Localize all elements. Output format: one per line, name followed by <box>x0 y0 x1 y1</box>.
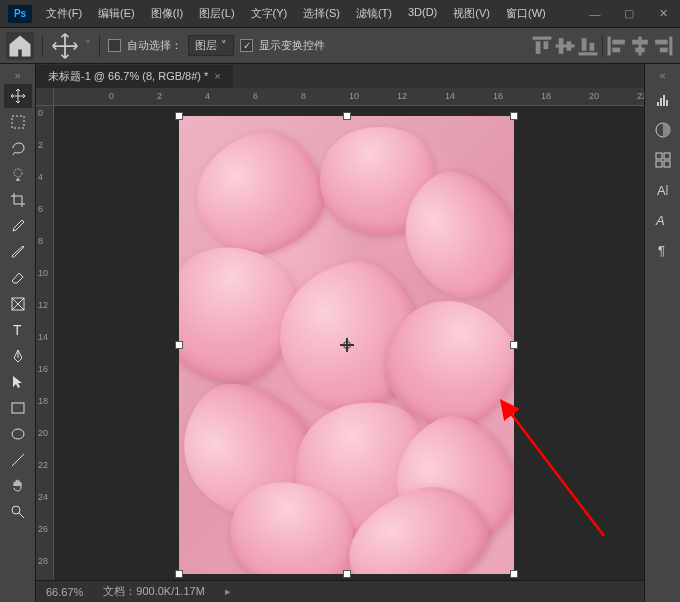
ruler-horizontal[interactable]: 0246810121416182022 <box>54 88 644 106</box>
ruler-vertical[interactable]: 0246810121416182022242628 <box>36 106 54 580</box>
svg-line-25 <box>509 411 604 536</box>
close-button[interactable]: ✕ <box>646 0 680 28</box>
svg-rect-9 <box>608 36 611 55</box>
svg-rect-3 <box>556 44 575 47</box>
eraser-tool[interactable] <box>4 266 32 290</box>
canvas-viewport[interactable] <box>54 106 644 580</box>
maximize-button[interactable]: ▢ <box>612 0 646 28</box>
quick-select-tool[interactable] <box>4 162 32 186</box>
svg-text:T: T <box>13 322 22 338</box>
canvas[interactable] <box>179 116 514 574</box>
svg-rect-32 <box>664 153 670 159</box>
frame-tool[interactable] <box>4 292 32 316</box>
auto-select-dropdown[interactable]: 图层 ˅ <box>188 35 234 56</box>
eyedropper-tool[interactable] <box>4 214 32 238</box>
glyphs-icon[interactable]: A <box>650 208 676 232</box>
move-tool[interactable] <box>4 84 32 108</box>
menu-view[interactable]: 视图(V) <box>447 2 496 25</box>
crop-tool[interactable] <box>4 188 32 212</box>
histogram-icon[interactable] <box>650 88 676 112</box>
divider <box>99 35 100 57</box>
align-hcenter-button[interactable] <box>629 35 651 57</box>
divider <box>602 35 603 57</box>
auto-select-label: 自动选择： <box>127 38 182 53</box>
svg-rect-33 <box>656 161 662 167</box>
svg-text:A: A <box>657 183 666 198</box>
auto-select-checkbox[interactable] <box>108 39 121 52</box>
align-vcenter-button[interactable] <box>554 35 576 57</box>
character-icon[interactable]: A <box>650 178 676 202</box>
marquee-tool[interactable] <box>4 110 32 134</box>
app-logo: Ps <box>8 5 32 23</box>
svg-rect-34 <box>664 161 670 167</box>
svg-rect-26 <box>657 102 659 106</box>
menu-type[interactable]: 文字(Y) <box>245 2 294 25</box>
path-select-tool[interactable] <box>4 370 32 394</box>
svg-rect-31 <box>656 153 662 159</box>
status-bar: 66.67% 文档：900.0K/1.17M ▸ <box>36 580 644 602</box>
main-area: 未标题-1 @ 66.7% (8, RGB/8#) * × 0246810121… <box>36 64 644 602</box>
menu-3d[interactable]: 3D(D) <box>402 2 443 25</box>
rectangle-tool[interactable] <box>4 396 32 420</box>
ruler-corner <box>36 88 54 106</box>
svg-rect-13 <box>632 39 648 44</box>
title-bar: Ps 文件(F) 编辑(E) 图像(I) 图层(L) 文字(Y) 选择(S) 滤… <box>0 0 680 28</box>
menu-select[interactable]: 选择(S) <box>297 2 346 25</box>
svg-rect-6 <box>579 52 598 55</box>
panel-expand[interactable]: « <box>645 68 680 82</box>
svg-rect-16 <box>655 39 668 44</box>
menu-layer[interactable]: 图层(L) <box>193 2 240 25</box>
divider <box>42 35 43 57</box>
svg-point-24 <box>12 506 20 514</box>
tab-close-icon[interactable]: × <box>214 70 220 82</box>
svg-point-23 <box>12 429 24 439</box>
chevron-down-icon: ˅ <box>221 39 227 52</box>
line-tool[interactable] <box>4 448 32 472</box>
chevron-right-icon[interactable]: ▸ <box>225 585 231 598</box>
zoom-level[interactable]: 66.67% <box>46 586 83 598</box>
brush-tool[interactable] <box>4 240 32 264</box>
toolbar-expand[interactable]: » <box>0 68 35 82</box>
show-transform-checkbox[interactable] <box>240 39 253 52</box>
svg-rect-0 <box>533 36 552 39</box>
doc-size[interactable]: 文档：900.0K/1.17M <box>103 584 205 599</box>
move-tool-icon[interactable] <box>51 32 79 60</box>
home-button[interactable] <box>6 32 34 60</box>
type-tool[interactable]: T <box>4 318 32 342</box>
menu-image[interactable]: 图像(I) <box>145 2 189 25</box>
paragraph-icon[interactable]: ¶ <box>650 238 676 262</box>
window-controls: ― ▢ ✕ <box>578 0 680 28</box>
svg-rect-22 <box>12 403 24 413</box>
menu-filter[interactable]: 滤镜(T) <box>350 2 398 25</box>
document-tab[interactable]: 未标题-1 @ 66.7% (8, RGB/8#) * × <box>36 65 233 88</box>
svg-rect-27 <box>660 98 662 106</box>
align-right-button[interactable] <box>652 35 674 57</box>
svg-rect-15 <box>669 36 672 55</box>
lasso-tool[interactable] <box>4 136 32 160</box>
menu-edit[interactable]: 编辑(E) <box>92 2 141 25</box>
align-bottom-button[interactable] <box>577 35 599 57</box>
svg-rect-10 <box>612 39 625 44</box>
show-transform-label: 显示变换控件 <box>259 38 325 53</box>
svg-rect-2 <box>544 41 549 49</box>
menu-window[interactable]: 窗口(W) <box>500 2 552 25</box>
right-panels: « A A ¶ <box>644 64 680 602</box>
svg-rect-7 <box>582 38 587 51</box>
svg-rect-11 <box>612 47 620 52</box>
align-top-button[interactable] <box>531 35 553 57</box>
document-tabs: 未标题-1 @ 66.7% (8, RGB/8#) * × <box>36 64 644 88</box>
minimize-button[interactable]: ― <box>578 0 612 28</box>
svg-rect-12 <box>638 36 641 55</box>
dropdown-chevron-icon[interactable]: ˅ <box>85 39 91 52</box>
svg-rect-4 <box>559 38 564 54</box>
tab-title: 未标题-1 @ 66.7% (8, RGB/8#) * <box>48 69 208 84</box>
ellipse-tool[interactable] <box>4 422 32 446</box>
swatches-icon[interactable] <box>650 148 676 172</box>
align-left-button[interactable] <box>606 35 628 57</box>
pen-tool[interactable] <box>4 344 32 368</box>
zoom-tool[interactable] <box>4 500 32 524</box>
hand-tool[interactable] <box>4 474 32 498</box>
menu-file[interactable]: 文件(F) <box>40 2 88 25</box>
color-icon[interactable] <box>650 118 676 142</box>
svg-point-19 <box>14 169 22 177</box>
